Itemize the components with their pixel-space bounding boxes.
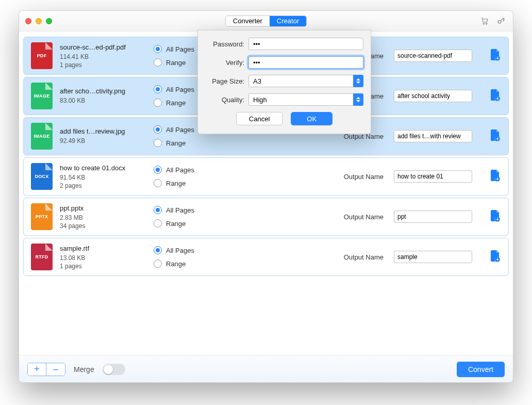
tab-creator[interactable]: Creator bbox=[270, 16, 306, 26]
file-meta: ppt.pptx2.83 MB34 pages bbox=[60, 204, 146, 230]
pagesize-select[interactable]: A3 bbox=[248, 75, 363, 87]
pagesize-label: Page Size: bbox=[205, 77, 248, 85]
file-pages: 1 pages bbox=[60, 263, 146, 270]
file-pages: 1 pages bbox=[60, 61, 146, 69]
verify-field[interactable] bbox=[248, 56, 363, 69]
all-pages-radio[interactable]: All Pages bbox=[154, 206, 241, 214]
file-meta: source-sc…ed-pdf.pdf114.41 KB1 pages bbox=[60, 43, 146, 69]
close-window-button[interactable] bbox=[25, 18, 31, 24]
file-type-icon: IMAGE bbox=[31, 83, 53, 109]
settings-sheet: Password: Verify: Page Size: A3 Quality:… bbox=[197, 30, 371, 134]
range-radio[interactable]: Range bbox=[154, 260, 241, 268]
convert-button[interactable]: Convert bbox=[457, 362, 505, 377]
file-size: 83.00 KB bbox=[60, 97, 146, 104]
svg-point-10 bbox=[496, 178, 498, 180]
all-pages-radio[interactable]: All Pages bbox=[154, 166, 241, 174]
zoom-window-button[interactable] bbox=[46, 18, 52, 24]
add-file-button[interactable]: + bbox=[28, 363, 46, 376]
file-meta: sample.rtf13.08 KB1 pages bbox=[60, 245, 146, 270]
minimize-window-button[interactable] bbox=[36, 18, 42, 24]
merge-label: Merge bbox=[74, 365, 94, 374]
verify-label: Verify: bbox=[205, 59, 248, 67]
file-size: 91.54 KB bbox=[60, 174, 146, 181]
file-settings-icon[interactable] bbox=[489, 88, 501, 104]
file-name: sample.rtf bbox=[60, 245, 146, 252]
window-controls bbox=[25, 18, 52, 24]
range-radio[interactable]: Range bbox=[154, 139, 241, 147]
file-name: add files t…review.jpg bbox=[60, 127, 146, 135]
chevron-updown-icon bbox=[353, 93, 363, 106]
quality-label: Quality: bbox=[205, 96, 248, 104]
file-name: after scho…ctivity.png bbox=[60, 87, 146, 95]
file-settings-icon[interactable] bbox=[489, 209, 501, 224]
output-name-input[interactable] bbox=[394, 130, 472, 142]
range-radio[interactable]: Range bbox=[154, 179, 241, 187]
remove-file-button[interactable]: – bbox=[46, 363, 65, 376]
file-settings-icon[interactable] bbox=[489, 249, 501, 265]
file-type-icon: IMAGE bbox=[31, 123, 53, 150]
output-name-label: Output Name bbox=[344, 253, 384, 261]
add-remove-group: + – bbox=[27, 363, 65, 376]
file-name: ppt.pptx bbox=[60, 204, 146, 212]
merge-toggle[interactable] bbox=[103, 364, 125, 375]
page-range-group: All PagesRange bbox=[154, 166, 241, 187]
password-field[interactable] bbox=[248, 38, 363, 50]
range-radio[interactable]: Range bbox=[154, 219, 241, 228]
all-pages-radio[interactable]: All Pages bbox=[154, 246, 241, 254]
file-type-icon: RTFD bbox=[31, 244, 53, 270]
file-size: 92.49 KB bbox=[60, 137, 146, 144]
quality-select[interactable]: High bbox=[248, 93, 363, 106]
file-row[interactable]: PPTXppt.pptx2.83 MB34 pagesAll PagesRang… bbox=[23, 198, 509, 236]
file-pages: 2 pages bbox=[60, 182, 146, 189]
svg-point-8 bbox=[496, 138, 498, 139]
output-name-input[interactable] bbox=[394, 251, 472, 263]
file-name: how to create 01.docx bbox=[60, 164, 146, 172]
file-row[interactable]: DOCXhow to create 01.docx91.54 KB2 pages… bbox=[23, 157, 509, 196]
chevron-updown-icon bbox=[353, 75, 363, 87]
file-settings-icon[interactable] bbox=[489, 128, 501, 144]
file-name: source-sc…ed-pdf.pdf bbox=[60, 43, 146, 51]
output-name-input[interactable] bbox=[394, 50, 472, 62]
file-meta: add files t…review.jpg92.49 KB bbox=[60, 127, 146, 145]
cancel-button[interactable]: Cancel bbox=[236, 112, 282, 125]
bottom-toolbar: + – Merge Convert bbox=[19, 355, 513, 382]
file-pages: 34 pages bbox=[60, 222, 146, 230]
page-range-group: All PagesRange bbox=[154, 206, 241, 228]
page-range-group: All PagesRange bbox=[154, 246, 241, 268]
output-name-label: Output Name bbox=[344, 213, 384, 221]
output-name-input[interactable] bbox=[394, 210, 472, 223]
tab-converter[interactable]: Converter bbox=[226, 16, 270, 26]
titlebar: Converter Creator bbox=[19, 11, 513, 31]
file-meta: after scho…ctivity.png83.00 KB bbox=[60, 87, 146, 105]
svg-point-1 bbox=[486, 23, 487, 24]
file-size: 2.83 MB bbox=[60, 214, 146, 221]
svg-point-6 bbox=[496, 98, 498, 99]
password-label: Password: bbox=[205, 40, 248, 48]
file-size: 13.08 KB bbox=[60, 254, 146, 262]
svg-point-14 bbox=[496, 258, 498, 260]
file-settings-icon[interactable] bbox=[489, 48, 501, 63]
svg-point-0 bbox=[483, 23, 484, 24]
svg-point-4 bbox=[496, 57, 498, 59]
mode-segmented-control: Converter Creator bbox=[225, 15, 307, 27]
ok-button[interactable]: OK bbox=[291, 112, 332, 125]
file-type-icon: DOCX bbox=[31, 163, 53, 190]
output-name-input[interactable] bbox=[394, 170, 472, 183]
file-meta: how to create 01.docx91.54 KB2 pages bbox=[60, 164, 146, 189]
file-type-icon: PPTX bbox=[31, 203, 53, 230]
output-name-label: Output Name bbox=[344, 173, 384, 181]
output-name-input[interactable] bbox=[394, 90, 472, 102]
file-settings-icon[interactable] bbox=[489, 169, 501, 184]
file-type-icon: PDF bbox=[31, 42, 53, 69]
svg-point-2 bbox=[498, 20, 501, 23]
key-icon[interactable] bbox=[496, 16, 506, 27]
file-row[interactable]: RTFDsample.rtf13.08 KB1 pagesAll PagesRa… bbox=[23, 238, 509, 276]
svg-point-12 bbox=[496, 218, 498, 220]
file-size: 114.41 KB bbox=[60, 53, 146, 60]
cart-icon[interactable] bbox=[480, 16, 489, 27]
